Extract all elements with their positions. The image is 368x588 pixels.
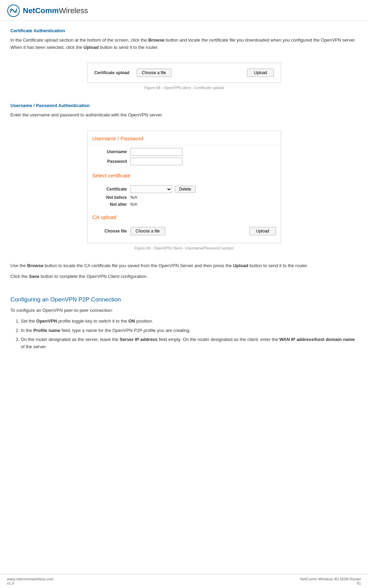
cert-upload-row: Certificate upload Choose a file Upload [95, 69, 274, 77]
upload-button-2[interactable]: Upload [249, 227, 276, 235]
logo-wireless: Wireless [59, 6, 88, 15]
upload-bold-1: Upload [83, 45, 99, 50]
footer-left: www.netcommwireless.com v1.0 [7, 577, 54, 585]
certificate-row: Certificate Delete [92, 185, 276, 193]
up-figure-container: Username / Password Username Password Se… [10, 131, 358, 255]
p2p-list: Set the OpenVPN profile toggle key to sw… [21, 318, 358, 351]
ca-upload-title: CA upload [88, 210, 281, 223]
server-ip-bold: Server IP address [119, 337, 158, 342]
save-bold: Save [29, 274, 39, 279]
delete-button[interactable]: Delete [175, 186, 196, 193]
password-input[interactable] [131, 158, 182, 165]
username-auth-section: Username / Password Authentication Enter… [10, 102, 358, 255]
username-row: Username [92, 148, 276, 156]
username-auth-body: Enter the username and password to authe… [10, 112, 358, 119]
not-after-value: N/A [131, 202, 137, 207]
browse-bold-2: Browse [27, 263, 43, 268]
after-text-1: Use the Browse button to locate the CA c… [10, 262, 358, 270]
ca-upload-row: Choose file Choose a file Upload [92, 227, 276, 235]
wan-ip-bold: WAN IP address/host domain name [279, 337, 355, 342]
choose-file-button-1[interactable]: Choose a file [137, 69, 171, 77]
choose-file-label: Choose file [92, 229, 127, 234]
logo-text: NetCommWireless [23, 6, 88, 15]
not-before-label: Not before [92, 195, 127, 200]
not-after-row: Not after N/A [92, 202, 276, 207]
certificate-label: Certificate [92, 187, 127, 192]
upload-bold-2: Upload [233, 263, 248, 268]
p2p-heading: Configuring an OpenVPN P2P Connection [10, 295, 358, 304]
netcomm-logo-icon [7, 4, 20, 17]
footer-right: NetComm Wireless 4G M2M Router 61 [300, 577, 361, 585]
cert-auth-section: Certificate Authentication In the Certif… [10, 27, 358, 95]
cert-figure-caption: Figure 68 - OpenVPN client - Certificate… [144, 85, 224, 91]
username-label: Username [92, 149, 127, 154]
upload-button-1[interactable]: Upload [247, 69, 273, 77]
footer-page: 61 [300, 581, 361, 585]
logo-net: NetComm [23, 6, 59, 15]
username-auth-heading: Username / Password Authentication [10, 102, 358, 109]
main-content: Certificate Authentication In the Certif… [0, 20, 368, 360]
not-after-label: Not after [92, 202, 127, 207]
p2p-intro: To configure an OpenVPN peer-to-peer con… [10, 307, 358, 314]
page-footer: www.netcommwireless.com v1.0 NetComm Wir… [0, 574, 368, 588]
page-header: NetCommWireless [0, 0, 368, 20]
up-section-title: Username / Password [88, 131, 281, 145]
logo: NetCommWireless [7, 4, 88, 17]
browse-bold-1: Browse [148, 37, 164, 43]
profile-name-bold: Profile name [33, 328, 60, 333]
up-figure-caption: Figure 69 - OpenVPN Client - Username/Pa… [134, 245, 234, 252]
up-form: Username / Password Username Password Se… [87, 131, 281, 243]
footer-version: v1.0 [7, 581, 54, 585]
openvpn-bold: OpenVPN [36, 318, 57, 324]
choose-file-button-2[interactable]: Choose a file [131, 227, 165, 235]
cert-upload-label: Certificate upload [95, 70, 133, 75]
select-cert-title: Select certificate [88, 168, 281, 182]
list-item: On the router designated as the server, … [21, 336, 358, 351]
certificate-select[interactable] [131, 185, 172, 193]
footer-product: NetComm Wireless 4G M2M Router [300, 577, 361, 581]
cert-figure-container: Certificate upload Choose a file Upload … [10, 63, 358, 95]
password-label: Password [92, 159, 127, 164]
cert-auth-heading: Certificate Authentication [10, 27, 358, 35]
not-before-value: N/A [131, 195, 137, 200]
list-item: Set the OpenVPN profile toggle key to sw… [21, 318, 358, 325]
p2p-section: Configuring an OpenVPN P2P Connection To… [10, 295, 358, 351]
after-text-2: Click the Save button to complete the Op… [10, 273, 358, 280]
not-before-row: Not before N/A [92, 195, 276, 200]
list-item: In the Profile name field, type a name f… [21, 327, 358, 334]
on-bold: ON [128, 318, 135, 324]
password-row: Password [92, 158, 276, 165]
cert-auth-body: In the Certificate upload section at the… [10, 37, 358, 51]
cert-figure-box: Certificate upload Choose a file Upload [87, 63, 281, 83]
footer-website: www.netcommwireless.com [7, 577, 54, 581]
username-input[interactable] [131, 148, 182, 156]
